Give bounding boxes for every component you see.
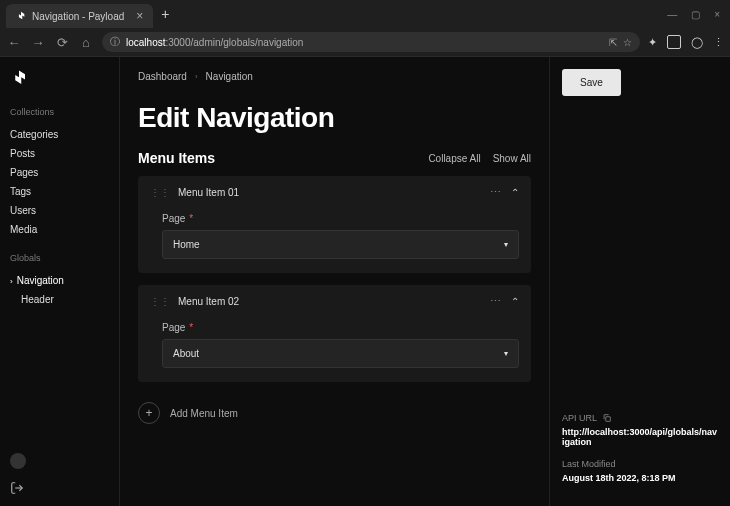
chevron-right-icon: › bbox=[10, 277, 13, 286]
item-menu-icon[interactable]: ⋯ bbox=[490, 295, 503, 308]
plus-icon: + bbox=[138, 402, 160, 424]
sidebar-item-posts[interactable]: Posts bbox=[10, 144, 109, 163]
chevron-up-icon[interactable]: ⌃ bbox=[511, 296, 519, 307]
url-host: localhost bbox=[126, 37, 165, 48]
payload-logo[interactable] bbox=[10, 69, 28, 87]
show-all-button[interactable]: Show All bbox=[493, 153, 531, 164]
extensions-icon[interactable]: ✦ bbox=[648, 36, 657, 49]
array-header: Menu Items Collapse All Show All bbox=[138, 150, 531, 166]
field-label: Page* bbox=[162, 213, 519, 224]
array-title: Menu Items bbox=[138, 150, 215, 166]
api-url-label: API URL bbox=[562, 413, 718, 423]
chevron-down-icon: ▾ bbox=[504, 240, 508, 249]
page-title: Edit Navigation bbox=[138, 102, 531, 134]
sidebar-item-header[interactable]: Header bbox=[10, 290, 109, 309]
account-icon[interactable]: ◯ bbox=[691, 36, 703, 49]
sidebar-item-pages[interactable]: Pages bbox=[10, 163, 109, 182]
payload-favicon bbox=[16, 11, 26, 21]
globals-heading: Globals bbox=[10, 253, 109, 263]
item-body: Page* Home ▾ bbox=[138, 209, 531, 273]
url-bar[interactable]: ⓘ localhost:3000/admin/globals/navigatio… bbox=[102, 32, 640, 52]
api-url-value: http://localhost:3000/api/globals/naviga… bbox=[562, 427, 718, 447]
forward-icon[interactable]: → bbox=[30, 35, 46, 50]
sidebar-item-categories[interactable]: Categories bbox=[10, 125, 109, 144]
browser-chrome: Navigation - Payload × + — ▢ × ← → ⟳ ⌂ ⓘ… bbox=[0, 0, 730, 57]
item-body: Page* About ▾ bbox=[138, 318, 531, 382]
minimize-icon[interactable]: — bbox=[667, 9, 677, 20]
breadcrumb-root[interactable]: Dashboard bbox=[138, 71, 187, 82]
sidebar-item-tags[interactable]: Tags bbox=[10, 182, 109, 201]
page-select[interactable]: Home ▾ bbox=[162, 230, 519, 259]
app: Collections Categories Posts Pages Tags … bbox=[0, 57, 730, 506]
save-button[interactable]: Save bbox=[562, 69, 621, 96]
add-menu-item-button[interactable]: + Add Menu Item bbox=[138, 394, 531, 432]
star-icon[interactable]: ☆ bbox=[623, 37, 632, 48]
browser-tab[interactable]: Navigation - Payload × bbox=[6, 4, 153, 28]
url-path: :3000/admin/globals/navigation bbox=[165, 37, 303, 48]
close-icon[interactable]: × bbox=[136, 9, 143, 23]
add-item-label: Add Menu Item bbox=[170, 408, 238, 419]
logout-icon[interactable] bbox=[10, 481, 24, 495]
sidebar-item-navigation[interactable]: ›Navigation bbox=[10, 271, 109, 290]
back-icon[interactable]: ← bbox=[6, 35, 22, 50]
chevron-right-icon: › bbox=[195, 72, 198, 81]
menu-item-card: ⋮⋮ Menu Item 01 ⋯ ⌃ Page* Home ▾ bbox=[138, 176, 531, 273]
avatar[interactable] bbox=[10, 453, 26, 469]
drag-handle-icon[interactable]: ⋮⋮ bbox=[150, 187, 170, 198]
breadcrumb-current: Navigation bbox=[206, 71, 253, 82]
share-icon[interactable]: ⇱ bbox=[609, 37, 617, 48]
page-select[interactable]: About ▾ bbox=[162, 339, 519, 368]
field-label: Page* bbox=[162, 322, 519, 333]
required-indicator: * bbox=[189, 213, 193, 224]
chevron-down-icon: ▾ bbox=[504, 349, 508, 358]
required-indicator: * bbox=[189, 322, 193, 333]
last-modified-value: August 18th 2022, 8:18 PM bbox=[562, 473, 718, 483]
chevron-up-icon[interactable]: ⌃ bbox=[511, 187, 519, 198]
profile-icon[interactable] bbox=[667, 35, 681, 49]
info-icon: ⓘ bbox=[110, 35, 120, 49]
breadcrumb: Dashboard › Navigation bbox=[138, 71, 531, 82]
sidebar-item-media[interactable]: Media bbox=[10, 220, 109, 239]
main: Dashboard › Navigation Edit Navigation M… bbox=[120, 57, 730, 506]
item-menu-icon[interactable]: ⋯ bbox=[490, 186, 503, 199]
window-controls: — ▢ × bbox=[667, 9, 730, 20]
tab-title: Navigation - Payload bbox=[32, 11, 124, 22]
item-title: Menu Item 01 bbox=[178, 187, 482, 198]
close-window-icon[interactable]: × bbox=[714, 9, 720, 20]
last-modified-label: Last Modified bbox=[562, 459, 718, 469]
menu-item-card: ⋮⋮ Menu Item 02 ⋯ ⌃ Page* About ▾ bbox=[138, 285, 531, 382]
select-value: Home bbox=[173, 239, 200, 250]
item-title: Menu Item 02 bbox=[178, 296, 482, 307]
select-value: About bbox=[173, 348, 199, 359]
item-header[interactable]: ⋮⋮ Menu Item 01 ⋯ ⌃ bbox=[138, 176, 531, 209]
right-panel: Save API URL http://localhost:3000/api/g… bbox=[550, 57, 730, 506]
maximize-icon[interactable]: ▢ bbox=[691, 9, 700, 20]
new-tab-button[interactable]: + bbox=[153, 6, 177, 22]
content: Dashboard › Navigation Edit Navigation M… bbox=[120, 57, 550, 506]
item-header[interactable]: ⋮⋮ Menu Item 02 ⋯ ⌃ bbox=[138, 285, 531, 318]
tab-bar: Navigation - Payload × + — ▢ × bbox=[0, 0, 730, 28]
collections-heading: Collections bbox=[10, 107, 109, 117]
sidebar-item-users[interactable]: Users bbox=[10, 201, 109, 220]
sidebar: Collections Categories Posts Pages Tags … bbox=[0, 57, 120, 506]
reload-icon[interactable]: ⟳ bbox=[54, 35, 70, 50]
address-bar: ← → ⟳ ⌂ ⓘ localhost:3000/admin/globals/n… bbox=[0, 28, 730, 56]
collapse-all-button[interactable]: Collapse All bbox=[428, 153, 480, 164]
home-icon[interactable]: ⌂ bbox=[78, 35, 94, 50]
svg-rect-0 bbox=[606, 417, 611, 422]
copy-icon[interactable] bbox=[602, 413, 612, 423]
drag-handle-icon[interactable]: ⋮⋮ bbox=[150, 296, 170, 307]
menu-icon[interactable]: ⋮ bbox=[713, 36, 724, 49]
